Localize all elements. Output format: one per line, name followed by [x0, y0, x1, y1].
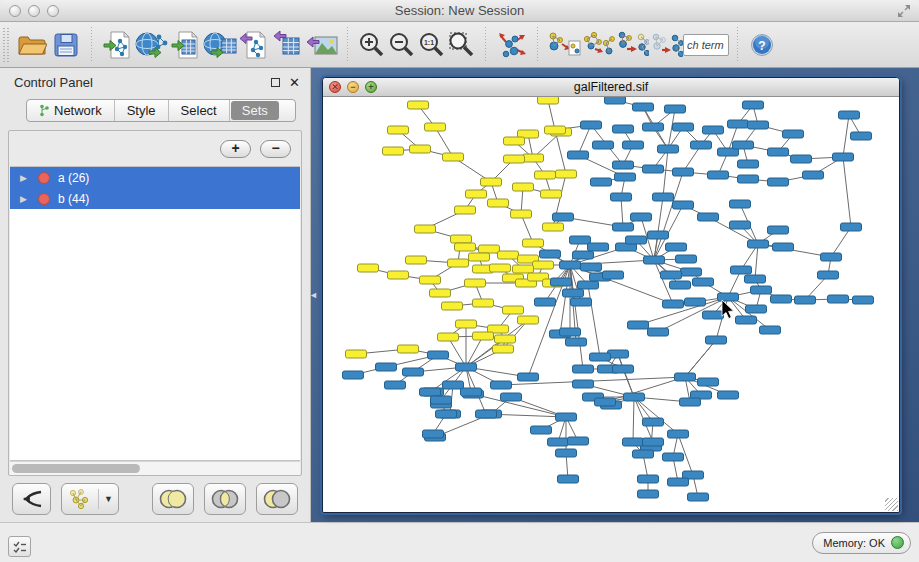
- create-set-from-network-button[interactable]: ▼: [61, 483, 118, 515]
- task-history-button[interactable]: [8, 536, 31, 557]
- graph-node-blue[interactable]: [573, 251, 594, 259]
- graph-node-blue[interactable]: [638, 475, 659, 483]
- graph-node-yellow[interactable]: [504, 155, 525, 163]
- graph-node-blue[interactable]: [768, 226, 789, 234]
- graph-node-yellow[interactable]: [479, 245, 500, 253]
- graph-node-yellow[interactable]: [473, 299, 494, 307]
- graph-node-blue[interactable]: [591, 178, 612, 186]
- remove-set-button[interactable]: −: [260, 140, 291, 158]
- graph-node-blue[interactable]: [673, 201, 694, 209]
- graph-node-blue[interactable]: [675, 373, 696, 381]
- graph-node-blue[interactable]: [663, 453, 684, 461]
- set-row[interactable]: ▶a (26): [10, 167, 300, 188]
- graph-node-blue[interactable]: [613, 125, 634, 133]
- graph-node-blue[interactable]: [733, 141, 754, 149]
- graph-node-blue[interactable]: [573, 380, 594, 388]
- graph-node-blue[interactable]: [748, 240, 769, 248]
- graph-node-yellow[interactable]: [430, 289, 451, 297]
- graph-node-blue[interactable]: [643, 418, 664, 426]
- graph-node-blue[interactable]: [624, 393, 645, 401]
- graph-node-blue[interactable]: [560, 261, 581, 269]
- export-table-button[interactable]: [271, 27, 305, 63]
- tab-select[interactable]: Select: [169, 100, 230, 121]
- graph-node-blue[interactable]: [706, 336, 727, 344]
- graph-node-blue[interactable]: [853, 296, 874, 304]
- graph-node-yellow[interactable]: [511, 210, 532, 218]
- set-intersection-button[interactable]: [204, 483, 246, 515]
- fullscreen-icon[interactable]: [897, 4, 911, 18]
- zoom-in-button[interactable]: [357, 27, 387, 63]
- graph-node-blue[interactable]: [773, 243, 794, 251]
- graph-node-blue[interactable]: [560, 328, 581, 336]
- graph-node-blue[interactable]: [841, 223, 862, 231]
- graph-node-yellow[interactable]: [504, 137, 525, 145]
- graph-node-blue[interactable]: [665, 105, 686, 113]
- graph-node-blue[interactable]: [420, 388, 441, 396]
- graph-node-blue[interactable]: [566, 338, 587, 346]
- graph-node-yellow[interactable]: [455, 243, 476, 251]
- graph-node-blue[interactable]: [760, 326, 781, 334]
- graph-node-yellow[interactable]: [442, 302, 463, 310]
- float-panel-icon[interactable]: [271, 78, 280, 87]
- graph-node-blue[interactable]: [680, 398, 701, 406]
- graph-node-yellow[interactable]: [408, 101, 429, 109]
- graph-node-blue[interactable]: [703, 311, 724, 319]
- graph-node-blue[interactable]: [595, 398, 616, 406]
- graph-node-blue[interactable]: [631, 213, 652, 221]
- graph-node-blue[interactable]: [644, 256, 665, 264]
- graph-node-yellow[interactable]: [556, 170, 577, 178]
- graph-node-blue[interactable]: [643, 123, 664, 131]
- zoom-fit-selected-button[interactable]: [447, 27, 477, 63]
- graph-node-yellow[interactable]: [538, 97, 559, 104]
- graph-node-blue[interactable]: [708, 171, 729, 179]
- graph-node-blue[interactable]: [718, 293, 739, 301]
- add-set-button[interactable]: +: [220, 140, 251, 158]
- graph-node-blue[interactable]: [693, 278, 714, 286]
- tab-sets[interactable]: Sets: [231, 101, 279, 120]
- graph-node-blue[interactable]: [839, 111, 860, 119]
- new-network-from-selection-button[interactable]: [547, 27, 581, 63]
- graph-node-blue[interactable]: [613, 223, 634, 231]
- graph-node-blue[interactable]: [436, 410, 457, 418]
- graph-node-blue[interactable]: [578, 281, 599, 289]
- graph-node-yellow[interactable]: [488, 199, 509, 207]
- graph-node-yellow[interactable]: [388, 271, 409, 279]
- extract-set-button[interactable]: [12, 483, 51, 515]
- graph-node-blue[interactable]: [783, 130, 804, 138]
- graph-node-blue[interactable]: [658, 145, 679, 153]
- graph-node-blue[interactable]: [556, 449, 577, 457]
- graph-node-blue[interactable]: [738, 175, 759, 183]
- graph-node-yellow[interactable]: [503, 306, 524, 314]
- graph-node-blue[interactable]: [603, 271, 624, 279]
- graph-node-blue[interactable]: [588, 243, 609, 251]
- network-frame[interactable]: ✕ − + galFiltered.sif: [322, 77, 900, 513]
- dropdown-caret-icon[interactable]: ▼: [104, 494, 113, 504]
- zoom-actual-size-button[interactable]: 1:1: [417, 27, 447, 63]
- graph-node-blue[interactable]: [730, 200, 751, 208]
- graph-node-blue[interactable]: [768, 148, 789, 156]
- graph-node-yellow[interactable]: [493, 345, 514, 353]
- graph-node-yellow[interactable]: [410, 145, 431, 153]
- graph-node-yellow[interactable]: [420, 276, 441, 284]
- graph-node-yellow[interactable]: [518, 316, 539, 324]
- graph-node-yellow[interactable]: [451, 235, 472, 243]
- graph-node-blue[interactable]: [571, 298, 592, 306]
- graph-node-yellow[interactable]: [545, 126, 566, 134]
- graph-node-yellow[interactable]: [465, 279, 486, 287]
- horizontal-scrollbar[interactable]: [10, 461, 300, 475]
- graph-node-blue[interactable]: [590, 353, 611, 361]
- graph-node-blue[interactable]: [613, 161, 634, 169]
- set-difference-button[interactable]: [256, 483, 298, 515]
- graph-node-blue[interactable]: [643, 165, 664, 173]
- search-input[interactable]: [683, 34, 729, 56]
- graph-node-blue[interactable]: [691, 141, 712, 149]
- graph-node-blue[interactable]: [670, 281, 691, 289]
- graph-node-blue[interactable]: [703, 126, 724, 134]
- graph-node-blue[interactable]: [611, 193, 632, 201]
- graph-node-blue[interactable]: [668, 430, 689, 438]
- set-row[interactable]: ▶b (44): [10, 188, 300, 209]
- graph-node-blue[interactable]: [633, 103, 654, 111]
- graph-node-yellow[interactable]: [523, 154, 544, 162]
- import-network-file-button[interactable]: [101, 27, 135, 63]
- graph-node-yellow[interactable]: [543, 223, 564, 231]
